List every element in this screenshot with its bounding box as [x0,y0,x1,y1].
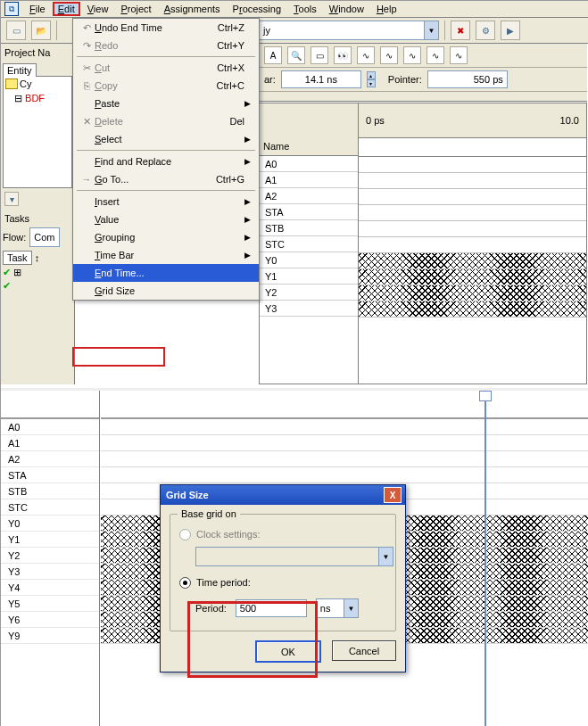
menu-item-grouping[interactable]: Grouping▶ [73,228,259,246]
unit-combo[interactable]: ns▼ [316,598,359,618]
signal-name[interactable]: Y9 [1,628,99,644]
menu-help[interactable]: Help [371,2,402,16]
waveform-row[interactable] [359,221,586,237]
menu-item-go-to-[interactable]: →Go To...Ctrl+G [73,170,259,188]
task-sort-icon[interactable]: ↕ [35,252,40,263]
doc-icon[interactable]: ▭ [311,46,328,64]
waveform-row[interactable] [359,301,586,318]
menu-item-find-and-replace[interactable]: Find and Replace▶ [73,153,259,170]
radio-time-period[interactable]: Time period: [179,573,386,591]
signal-name[interactable]: STA [1,467,99,483]
entity-tree[interactable]: Cy ⊟ BDF [3,76,72,188]
signal-name[interactable]: A0 [260,156,358,172]
warning-icon [5,78,18,89]
gear-icon[interactable]: ⚙ [476,21,495,40]
signal-name[interactable]: STC [1,499,99,516]
wave-icon[interactable]: ∿ [380,46,398,64]
signal-name[interactable]: A0 [1,419,99,435]
waveform-row[interactable] [101,451,588,467]
ok-button[interactable]: OK [255,640,321,663]
signal-name[interactable]: Y2 [260,285,358,301]
signal-name[interactable]: STA [260,204,358,220]
close-icon[interactable]: X [384,487,402,503]
waveform-row[interactable] [101,467,588,483]
signal-name[interactable]: Y2 [1,548,99,564]
signal-name[interactable]: Y3 [1,564,99,580]
signal-name[interactable]: Y1 [260,268,358,285]
menu-item-value[interactable]: Value▶ [73,210,259,228]
menu-tools[interactable]: Tools [288,2,322,16]
bar-spinner[interactable]: ▴▾ [367,71,376,87]
waveform-row[interactable] [359,173,586,189]
waveform-row[interactable] [359,269,586,285]
cancel-build-icon[interactable]: ✖ [451,21,470,40]
menu-project[interactable]: Project [115,2,156,16]
menu-item-select[interactable]: Select▶ [73,130,259,148]
binoculars-icon[interactable]: 👀 [334,46,352,64]
menu-item-shortcut: Del [229,116,244,127]
menu-item-icon: ↷ [79,40,95,52]
waveform-row[interactable] [101,435,588,451]
pointer-value-field[interactable]: 550 ps [427,70,508,88]
menu-item-grid-size[interactable]: Grid Size [73,282,259,300]
waveform-row[interactable] [359,205,586,221]
signal-name[interactable]: Y4 [1,580,99,596]
signal-name[interactable]: A1 [1,435,99,451]
menu-item-icon: → [79,174,95,185]
menu-edit[interactable]: Edit [53,2,80,16]
menu-file[interactable]: File [24,2,51,16]
entity-tab[interactable]: Entity [3,63,37,77]
menu-item-time-bar[interactable]: Time Bar▶ [73,246,259,264]
time-cursor[interactable] [484,391,486,726]
menu-item-undo-end-time[interactable]: ↶Undo End TimeCtrl+Z [73,19,259,37]
signal-name[interactable]: Y0 [260,252,358,268]
project-combo[interactable]: jy ▼ [259,21,439,40]
timeline[interactable] [359,138,586,157]
waveform-row[interactable] [359,253,586,269]
waveform-row[interactable] [359,237,586,253]
wave-icon[interactable]: ∿ [450,46,468,64]
waveform-row[interactable] [359,285,586,301]
signal-name[interactable]: Y0 [1,516,99,532]
signal-name[interactable]: Y3 [260,301,358,317]
zoom-icon[interactable]: 🔍 [287,46,305,64]
bar-value-field[interactable]: 14.1 ns [281,70,361,88]
period-input[interactable]: 500 [236,599,307,617]
cursor-handle-icon[interactable] [479,391,492,401]
tree-collapse-icon[interactable]: ▾ [4,192,19,206]
signal-name[interactable]: Y1 [1,532,99,548]
signal-name[interactable]: A2 [1,451,99,467]
chevron-down-icon[interactable]: ▼ [424,21,438,39]
task-tab[interactable]: Task [3,251,32,265]
menu-item-paste[interactable]: Paste▶ [73,95,259,112]
menu-view[interactable]: View [82,2,114,16]
open-icon[interactable]: 📂 [31,21,51,40]
waveform-row[interactable] [359,189,586,205]
signal-name[interactable]: STC [260,236,358,252]
signal-name[interactable]: A2 [260,188,358,204]
waveform-row[interactable] [101,419,588,435]
cancel-button[interactable]: Cancel [332,640,396,661]
signal-name[interactable]: STB [260,220,358,236]
menu-item-shortcut: Ctrl+Z [218,22,244,33]
new-icon[interactable]: ▭ [6,21,26,40]
menu-item-shortcut: Ctrl+C [217,80,244,91]
dialog-titlebar[interactable]: Grid Size X [161,485,405,505]
wave-icon[interactable]: ∿ [403,46,421,64]
menu-item-end-time-[interactable]: End Time... [73,264,259,282]
char-a-icon[interactable]: A [264,46,282,64]
signal-name[interactable]: A1 [260,172,358,188]
menu-processing[interactable]: Processing [228,2,286,16]
menu-assignments[interactable]: Assignments [159,2,226,16]
chevron-down-icon[interactable]: ▼ [344,599,358,617]
wave-icon[interactable]: ∿ [357,46,375,64]
signal-name[interactable]: STB [1,483,99,499]
signal-name[interactable]: Y6 [1,612,99,628]
menu-window[interactable]: Window [324,2,369,16]
signal-name[interactable]: Y5 [1,596,99,612]
menu-item-insert[interactable]: Insert▶ [73,193,259,210]
flow-combo[interactable]: Com [29,227,60,247]
play-icon[interactable]: ▶ [501,21,520,40]
waveform-row[interactable] [359,157,586,173]
wave-icon[interactable]: ∿ [427,46,444,64]
